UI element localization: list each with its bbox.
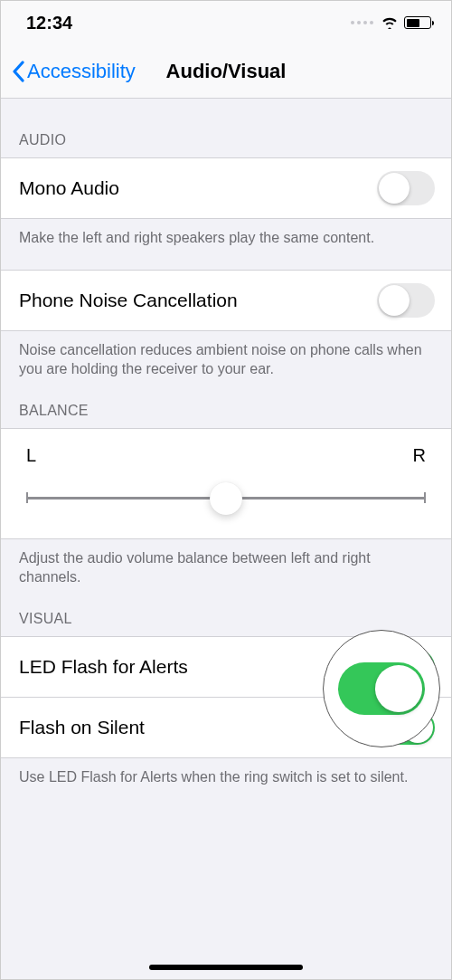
battery-icon — [404, 16, 431, 29]
flash-silent-label: Flash on Silent — [19, 717, 145, 738]
page-title: Audio/Visual — [166, 60, 287, 83]
signal-dots-icon — [351, 21, 373, 24]
section-header-visual: Visual — [1, 587, 451, 636]
home-indicator[interactable] — [149, 965, 303, 970]
noise-cancellation-label: Phone Noise Cancellation — [19, 290, 238, 311]
balance-left-label: L — [26, 445, 36, 466]
back-button[interactable]: Accessibility — [12, 60, 136, 83]
balance-right-label: R — [413, 445, 426, 466]
status-bar: 12:34 — [1, 1, 451, 44]
zoom-toggle-icon — [338, 662, 425, 715]
led-flash-label: LED Flash for Alerts — [19, 656, 188, 678]
section-header-audio: Audio — [1, 99, 451, 157]
zoom-highlight-circle — [323, 630, 440, 747]
noise-cancellation-toggle[interactable] — [377, 283, 435, 318]
balance-slider-thumb[interactable] — [210, 482, 242, 515]
mono-audio-toggle[interactable] — [377, 171, 435, 205]
balance-footer: Adjust the audio volume balance between … — [1, 539, 451, 587]
visual-footer: Use LED Flash for Alerts when the ring s… — [1, 758, 451, 787]
section-header-balance: Balance — [1, 379, 451, 428]
row-noise-cancellation[interactable]: Phone Noise Cancellation — [1, 270, 451, 331]
status-right — [351, 16, 431, 29]
nav-bar: Accessibility Audio/Visual — [1, 44, 451, 99]
mono-audio-label: Mono Audio — [19, 177, 119, 199]
mono-audio-footer: Make the left and right speakers play th… — [1, 219, 451, 248]
status-time: 12:34 — [26, 13, 72, 33]
chevron-left-icon — [12, 61, 24, 82]
balance-slider-row: L R — [1, 428, 451, 539]
balance-slider[interactable] — [26, 482, 426, 515]
row-mono-audio[interactable]: Mono Audio — [1, 157, 451, 219]
wifi-icon — [381, 16, 399, 29]
back-label: Accessibility — [27, 60, 136, 83]
noise-cancellation-footer: Noise cancellation reduces ambient noise… — [1, 331, 451, 379]
